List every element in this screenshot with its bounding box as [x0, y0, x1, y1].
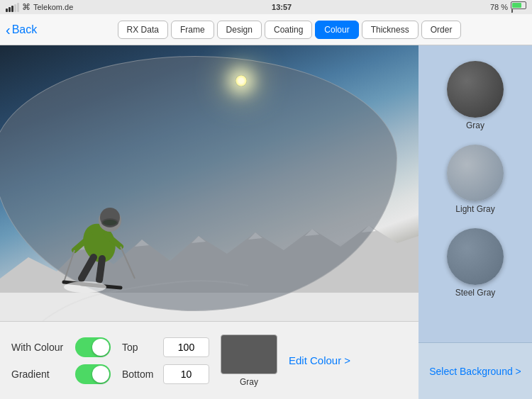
back-chevron-icon: ‹ [6, 23, 11, 37]
right-panel: Gray Light Gray Steel Gray Select Backgr… [419, 45, 532, 399]
color-swatch[interactable] [221, 335, 277, 374]
swatch-label: Gray [240, 377, 258, 387]
color-option-light-gray[interactable]: Light Gray [419, 137, 532, 221]
sun-effect [227, 67, 255, 95]
with-colour-toggle[interactable] [75, 337, 111, 357]
with-colour-label: With Colour [11, 342, 68, 353]
left-panel: With Colour Gradient Top [0, 45, 419, 399]
tab-order[interactable]: Order [421, 21, 462, 39]
status-right: 78 % [490, 1, 526, 13]
svg-line-15 [64, 250, 74, 282]
bottom-input[interactable] [163, 364, 209, 384]
svg-line-18 [99, 259, 102, 280]
carrier-label: Telekom.de [33, 3, 73, 11]
tab-design[interactable]: Design [217, 21, 262, 39]
skier-figure [43, 158, 184, 300]
top-input[interactable] [163, 337, 209, 357]
bottom-field-row: Bottom [122, 364, 209, 384]
gray-label: Gray [466, 120, 484, 130]
select-background-button[interactable]: Select Background > [419, 342, 532, 399]
light-gray-label: Light Gray [455, 204, 494, 214]
light-gray-circle [447, 145, 504, 201]
back-button[interactable]: ‹ Back [6, 23, 48, 37]
gradient-row: Gradient [11, 364, 111, 384]
svg-line-16 [121, 247, 135, 279]
battery-percent: 78 % [490, 3, 508, 11]
status-time: 13:57 [272, 3, 292, 11]
steel-gray-label: Steel Gray [455, 288, 496, 298]
main-content: With Colour Gradient Top [0, 45, 532, 399]
steel-gray-circle [447, 228, 504, 285]
signal-dots-icon [6, 3, 19, 12]
tab-frame[interactable]: Frame [171, 21, 214, 39]
nav-bar: ‹ Back RX Data Frame Design Coating Colo… [0, 14, 532, 45]
tab-thickness[interactable]: Thickness [362, 21, 419, 39]
color-options-list: Gray Light Gray Steel Gray [419, 45, 532, 342]
top-field-row: Top [122, 337, 209, 357]
select-background-label: Select Background > [429, 366, 521, 377]
status-left: ⌘ Telekom.de [6, 2, 73, 12]
status-bar: ⌘ Telekom.de 13:57 78 % [0, 0, 532, 14]
bottom-controls: With Colour Gradient Top [0, 321, 419, 399]
image-area [0, 45, 419, 321]
top-label: Top [122, 342, 157, 353]
toggle-knob [92, 339, 109, 356]
edit-colour-button[interactable]: Edit Colour > [289, 354, 350, 366]
tab-bar: RX Data Frame Design Coating Colour Thic… [52, 21, 526, 39]
gradient-label: Gradient [11, 369, 68, 380]
color-swatch-container: Gray [221, 335, 277, 387]
tab-coating[interactable]: Coating [265, 21, 312, 39]
edit-colour-label: Edit Colour > [289, 354, 350, 366]
tab-rx-data[interactable]: RX Data [118, 21, 168, 39]
wifi-icon: ⌘ [22, 2, 31, 12]
color-option-gray[interactable]: Gray [419, 54, 532, 137]
svg-point-21 [64, 281, 106, 293]
color-option-steel-gray[interactable]: Steel Gray [419, 221, 532, 305]
back-label: Back [12, 23, 38, 36]
battery-icon [511, 1, 526, 13]
gradient-toggle-knob [92, 366, 109, 383]
tab-colour[interactable]: Colour [315, 21, 358, 39]
field-group: Top Bottom [122, 337, 209, 384]
svg-line-17 [82, 257, 94, 279]
gray-circle [447, 61, 504, 118]
with-colour-row: With Colour [11, 337, 111, 357]
svg-point-12 [103, 220, 117, 225]
gradient-toggle[interactable] [75, 364, 111, 384]
bottom-label: Bottom [122, 369, 157, 380]
toggle-group: With Colour Gradient [11, 337, 111, 384]
